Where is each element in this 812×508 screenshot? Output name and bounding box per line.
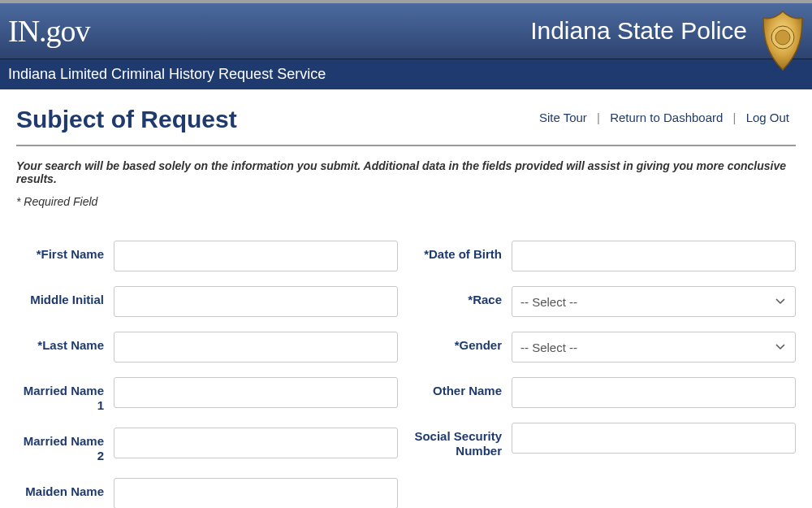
title-divider <box>16 145 796 146</box>
dob-input[interactable] <box>512 241 796 271</box>
middle-initial-row: Middle Initial <box>16 286 398 317</box>
instructions-text: Your search will be based solely on the … <box>16 159 796 185</box>
gender-select[interactable]: -- Select -- <box>512 332 796 363</box>
nav-separator: | <box>597 111 600 124</box>
agency-name: Indiana State Police <box>530 17 747 45</box>
married-name-1-label: Married Name 1 <box>16 377 114 413</box>
gender-label: *Gender <box>414 332 512 353</box>
dob-label: *Date of Birth <box>414 241 512 262</box>
middle-initial-label: Middle Initial <box>16 286 114 307</box>
first-name-label: *First Name <box>16 241 114 262</box>
race-row: *Race -- Select -- <box>414 286 796 317</box>
race-select[interactable]: -- Select -- <box>512 286 796 317</box>
form-grid: *First Name Middle Initial *Last Name Ma… <box>16 241 796 508</box>
maiden-name-input[interactable] <box>114 478 398 508</box>
married-name-2-input[interactable] <box>114 428 398 458</box>
other-name-row: Other Name <box>414 377 796 408</box>
first-name-input[interactable] <box>114 241 398 271</box>
first-name-row: *First Name <box>16 241 398 271</box>
dob-row: *Date of Birth <box>414 241 796 271</box>
ssn-label: Social Security Number <box>414 423 512 458</box>
svg-point-1 <box>775 30 790 45</box>
ingov-logo[interactable]: IN.gov <box>8 13 90 49</box>
top-nav-links: Site Tour | Return to Dashboard | Log Ou… <box>533 111 796 124</box>
header-banner: IN.gov Indiana State Police <box>0 3 812 59</box>
maiden-name-label: Maiden Name <box>16 478 114 499</box>
return-dashboard-link[interactable]: Return to Dashboard <box>603 111 729 124</box>
required-field-note: * Required Field <box>16 195 796 208</box>
form-left-column: *First Name Middle Initial *Last Name Ma… <box>16 241 398 508</box>
last-name-input[interactable] <box>114 332 398 363</box>
married-name-2-label: Married Name 2 <box>16 428 114 463</box>
main-content: Site Tour | Return to Dashboard | Log Ou… <box>0 89 812 508</box>
log-out-link[interactable]: Log Out <box>740 111 796 124</box>
form-right-column: *Date of Birth *Race -- Select -- *Gende… <box>414 241 796 508</box>
maiden-name-row: Maiden Name <box>16 478 398 508</box>
gender-row: *Gender -- Select -- <box>414 332 796 363</box>
police-badge-icon <box>760 10 806 72</box>
last-name-label: *Last Name <box>16 332 114 353</box>
other-name-label: Other Name <box>414 377 512 398</box>
nav-separator: | <box>733 111 736 124</box>
middle-initial-input[interactable] <box>114 286 398 317</box>
married-name-2-row: Married Name 2 <box>16 428 398 463</box>
site-tour-link[interactable]: Site Tour <box>533 111 594 124</box>
ssn-row: Social Security Number <box>414 423 796 458</box>
service-title-bar: Indiana Limited Criminal History Request… <box>0 59 812 89</box>
married-name-1-input[interactable] <box>114 377 398 408</box>
last-name-row: *Last Name <box>16 332 398 363</box>
ssn-input[interactable] <box>512 423 796 454</box>
other-name-input[interactable] <box>512 377 796 408</box>
race-label: *Race <box>414 286 512 307</box>
married-name-1-row: Married Name 1 <box>16 377 398 413</box>
